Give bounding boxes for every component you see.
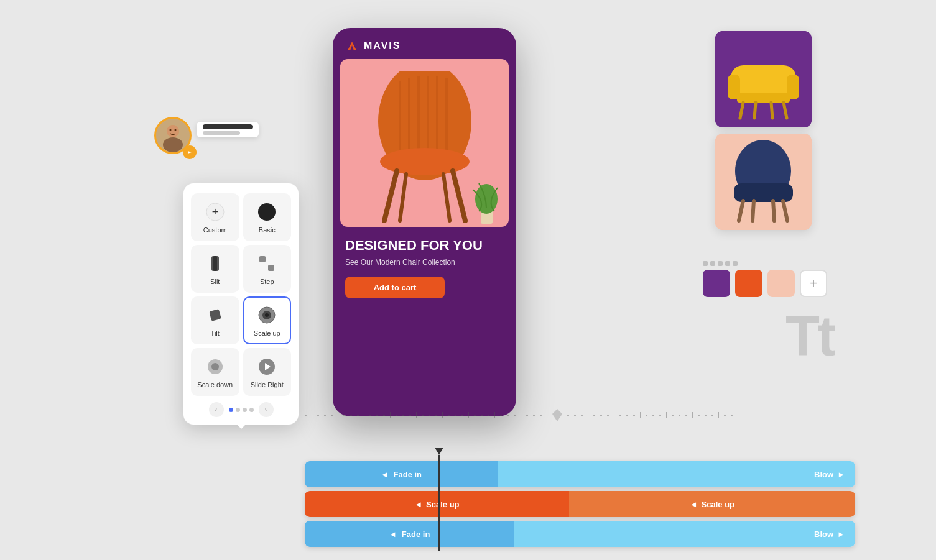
slit-icon bbox=[204, 252, 226, 275]
timeline-track-3: ◄ Fade in Blow ► bbox=[305, 521, 855, 547]
svg-marker-54 bbox=[435, 448, 443, 455]
anim-item-slit[interactable]: Slit bbox=[191, 245, 239, 293]
svg-point-4 bbox=[170, 129, 172, 131]
color-swatches-panel: + bbox=[703, 261, 827, 297]
panel-navigation: ‹ › bbox=[191, 402, 291, 417]
svg-rect-14 bbox=[209, 309, 221, 321]
phone-header: MAVIS bbox=[333, 28, 516, 59]
anim-item-basic[interactable]: Basic bbox=[243, 193, 292, 241]
track2-seg2[interactable]: ◄ Scale up bbox=[569, 491, 855, 517]
track1-seg2[interactable]: Blow ► bbox=[498, 461, 855, 487]
plant-decoration bbox=[470, 180, 504, 227]
brand-name: MAVIS bbox=[364, 40, 401, 52]
svg-marker-22 bbox=[348, 42, 356, 50]
scale-up-label-t2b: Scale up bbox=[702, 500, 734, 509]
svg-text:+: + bbox=[211, 206, 218, 218]
track3-seg2[interactable]: Blow ► bbox=[514, 521, 855, 547]
swatches-row: + bbox=[703, 270, 827, 297]
svg-point-3 bbox=[163, 137, 183, 152]
mavis-logo-icon bbox=[345, 39, 359, 53]
dot-2 bbox=[236, 408, 240, 412]
phone-content: DESIGNED FOR YOU See Our Modern Chair Co… bbox=[333, 227, 516, 416]
thumbnail-yellow-chair[interactable] bbox=[715, 31, 812, 127]
anim-item-step[interactable]: Step bbox=[243, 245, 292, 293]
anim-item-slide-right[interactable]: Slide Right bbox=[243, 348, 292, 396]
svg-line-32 bbox=[453, 171, 465, 221]
anim-tilt-label: Tilt bbox=[211, 329, 220, 337]
phone-headline: DESIGNED FOR YOU bbox=[345, 238, 504, 253]
fade-in-label-1: Fade in bbox=[394, 470, 422, 479]
playhead bbox=[438, 455, 440, 551]
slide-right-icon bbox=[256, 356, 278, 378]
thumbnail-navy-chair[interactable] bbox=[715, 134, 812, 230]
anim-scale-down-label: Scale down bbox=[197, 381, 233, 388]
fade-in-icon-3: ◄ bbox=[389, 530, 397, 539]
anim-scale-up-label: Scale up bbox=[254, 329, 280, 337]
user-zoom-indicator bbox=[154, 117, 192, 154]
phone-inner: MAVIS bbox=[333, 28, 516, 416]
scale-up-icon-t2: ◄ bbox=[414, 500, 422, 509]
timeline-ruler bbox=[305, 410, 855, 420]
swatch-pink[interactable] bbox=[767, 270, 795, 297]
anim-step-label: Step bbox=[260, 278, 274, 285]
fade-in-icon-1: ◄ bbox=[381, 470, 389, 479]
svg-line-51 bbox=[753, 201, 754, 221]
animation-grid: + Custom Basic bbox=[191, 193, 291, 396]
svg-point-36 bbox=[475, 184, 498, 214]
thumbnails-panel bbox=[715, 31, 812, 230]
svg-rect-13 bbox=[268, 265, 274, 271]
anim-custom-label: Custom bbox=[203, 226, 227, 234]
svg-point-19 bbox=[211, 363, 219, 370]
svg-marker-6 bbox=[188, 151, 192, 154]
track2-seg1[interactable]: ◄ Scale up bbox=[305, 491, 569, 517]
track1-seg1[interactable]: ◄ Fade in bbox=[305, 461, 498, 487]
svg-point-5 bbox=[175, 129, 177, 131]
timeline-track-2: ◄ Scale up ◄ Scale up bbox=[305, 491, 855, 517]
user-label bbox=[197, 122, 259, 137]
swatch-orange[interactable] bbox=[735, 270, 762, 297]
svg-point-2 bbox=[167, 125, 179, 137]
basic-icon bbox=[256, 201, 278, 223]
step-icon bbox=[256, 252, 278, 275]
anim-item-scale-up[interactable]: Scale up bbox=[243, 296, 292, 344]
svg-line-34 bbox=[443, 174, 450, 221]
anim-slide-right-label: Slide Right bbox=[251, 381, 284, 388]
navy-chair-svg bbox=[715, 134, 812, 230]
anim-item-tilt[interactable]: Tilt bbox=[191, 296, 239, 344]
add-to-cart-button[interactable]: Add to cart bbox=[345, 277, 445, 298]
svg-point-9 bbox=[258, 203, 276, 221]
fade-in-label-3: Fade in bbox=[402, 530, 430, 539]
tilt-icon bbox=[204, 304, 226, 326]
track3-seg1[interactable]: ◄ Fade in bbox=[305, 521, 514, 547]
typography-display: Tt bbox=[785, 305, 833, 369]
dot-4 bbox=[249, 408, 254, 412]
svg-point-17 bbox=[265, 313, 269, 317]
svg-point-30 bbox=[380, 148, 470, 175]
svg-rect-12 bbox=[259, 256, 266, 262]
panel-prev-button[interactable]: ‹ bbox=[209, 402, 224, 417]
swatch-add-button[interactable]: + bbox=[800, 270, 827, 297]
anim-item-custom[interactable]: + Custom bbox=[191, 193, 239, 241]
dot-3 bbox=[243, 408, 247, 412]
canvas-area: + Custom Basic bbox=[0, 0, 936, 560]
yellow-chair-svg bbox=[715, 31, 812, 127]
anim-slit-label: Slit bbox=[210, 278, 220, 285]
swatch-purple[interactable] bbox=[703, 270, 730, 297]
blow-label-1: Blow bbox=[814, 470, 833, 479]
scale-up-icon bbox=[256, 304, 278, 326]
timeline-area: ◄ Fade in Blow ► ◄ Scale up ◄ Scale up ◄ bbox=[305, 461, 855, 551]
svg-line-52 bbox=[773, 201, 774, 221]
phone-mockup: MAVIS bbox=[333, 28, 516, 416]
svg-line-45 bbox=[771, 103, 772, 118]
animation-picker-panel: + Custom Basic bbox=[183, 183, 299, 425]
panel-dots bbox=[229, 408, 254, 412]
anim-item-scale-down[interactable]: Scale down bbox=[191, 348, 239, 396]
chair-illustration bbox=[366, 71, 484, 227]
phone-hero-image bbox=[340, 59, 509, 227]
svg-line-31 bbox=[384, 171, 397, 221]
svg-line-33 bbox=[400, 174, 406, 221]
scale-up-label-t2: Scale up bbox=[426, 500, 459, 509]
panel-next-button[interactable]: › bbox=[259, 402, 274, 417]
swatch-label-row bbox=[703, 261, 827, 266]
scale-up-icon-t2b: ◄ bbox=[690, 500, 698, 509]
